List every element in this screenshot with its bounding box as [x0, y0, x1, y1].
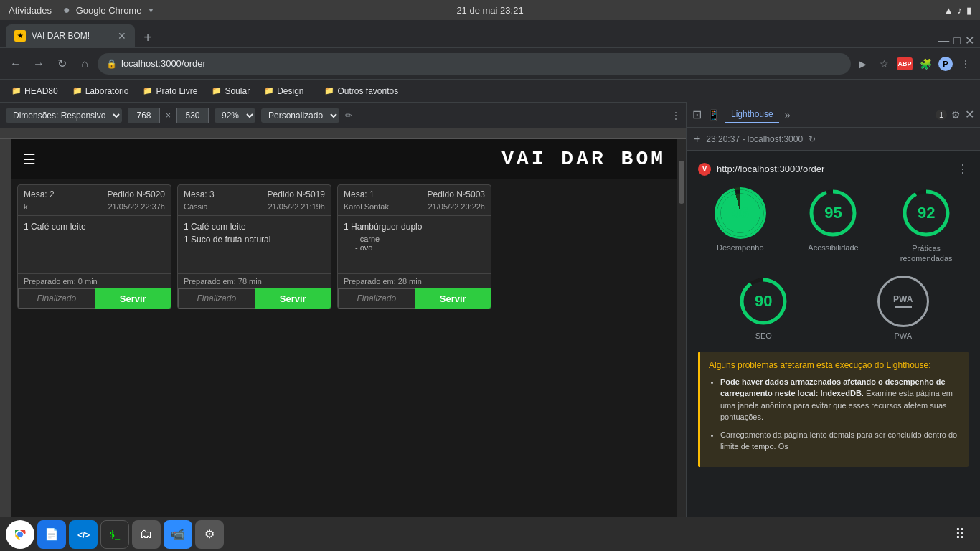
taskbar-grid-icon[interactable]: ⠿: [946, 520, 974, 549]
bookmark-head80[interactable]: 📁 HEAD80: [6, 85, 64, 98]
devtools-tab-lighthouse[interactable]: Lighthouse: [725, 106, 779, 123]
zoom-select[interactable]: 92%: [215, 108, 255, 123]
minimize-button[interactable]: —: [938, 34, 949, 47]
os-top-bar: Atividades ● Google Chrome ▼ 21 de mai 2…: [0, 0, 980, 20]
order-3-servir-button[interactable]: Servir: [415, 288, 491, 309]
order-2-prep-time: Preparado em: 78 min: [184, 277, 262, 286]
edit-icon[interactable]: ✏: [345, 110, 352, 121]
address-text: localhost:3000/order: [121, 58, 206, 69]
order-1-prep-time: Preparado em: 0 min: [24, 277, 98, 286]
order-card-2: Mesa: 3 Pedido Nº5019 Cássia 21/05/22 21…: [177, 184, 331, 309]
folder-icon: 📁: [143, 86, 153, 95]
maximize-button[interactable]: □: [953, 34, 961, 47]
order-3-number: Pedido Nº5003: [428, 189, 485, 199]
pwa-dash: [895, 306, 912, 308]
folder-icon: 📁: [212, 86, 222, 95]
taskbar-docs-icon[interactable]: 📄: [37, 520, 66, 549]
vscode-logo: </>: [75, 527, 91, 542]
scroll-thumb[interactable]: [679, 161, 684, 204]
hamburger-menu-button[interactable]: ☰: [23, 151, 36, 168]
more-options-icon[interactable]: ⋮: [672, 110, 680, 121]
height-input[interactable]: [176, 108, 209, 123]
tab-bar: ★ VAI DAR BOM! ✕ + — □ ✕: [0, 20, 980, 47]
reload-button[interactable]: ↻: [52, 54, 72, 74]
order-card-2-header: Mesa: 3 Pedido Nº5019: [178, 185, 331, 201]
close-button[interactable]: ✕: [965, 34, 974, 47]
bookmark-outros[interactable]: 📁 Outros favoritos: [319, 85, 404, 98]
item-qty: 1: [184, 235, 191, 245]
tab-close-button[interactable]: ✕: [118, 30, 126, 42]
app-title: VAI DAR BOM: [501, 148, 666, 170]
devtools-settings-icon[interactable]: ⚙: [951, 109, 961, 121]
profile-icon[interactable]: P: [938, 57, 953, 71]
devtools-device-icon[interactable]: 📱: [707, 109, 720, 121]
active-tab[interactable]: ★ VAI DAR BOM! ✕: [6, 24, 135, 47]
responsive-bar: Dimensões: Responsivo × 92% Personalizad…: [0, 102, 686, 128]
taskbar-chrome-icon[interactable]: [6, 520, 34, 549]
new-tab-button[interactable]: +: [138, 27, 158, 47]
svg-text:</>: </>: [77, 530, 90, 540]
devtools-close-button[interactable]: ✕: [965, 108, 974, 121]
os-datetime: 21 de mai 23:21: [456, 5, 523, 16]
order-2-finalizado-button[interactable]: Finalizado: [178, 288, 255, 309]
home-button[interactable]: ⌂: [75, 54, 95, 74]
devtools-reload-icon[interactable]: ↻: [809, 134, 816, 144]
devtools-timestamp: 23:20:37 - localhost:3000: [706, 134, 803, 144]
order-1-servir-button[interactable]: Servir: [95, 288, 171, 309]
address-input[interactable]: 🔒 localhost:3000/order: [98, 53, 851, 75]
abp-icon[interactable]: ABP: [897, 57, 913, 70]
dimensions-select[interactable]: Dimensões: Responsivo: [6, 108, 122, 123]
chrome-window: ★ VAI DAR BOM! ✕ + — □ ✕ ← → ↻ ⌂ 🔒 local…: [0, 20, 980, 551]
order-1-finalizado-button[interactable]: Finalizado: [18, 288, 95, 309]
devtools-tab-more[interactable]: »: [785, 109, 791, 121]
order-2-table: Mesa: 3: [184, 189, 215, 199]
orders-container: Mesa: 2 Pedido Nº5020 k 21/05/22 22:37h: [11, 179, 677, 315]
pwa-label: PWA: [893, 294, 913, 304]
taskbar-zoom-icon[interactable]: 📹: [164, 520, 192, 549]
cast-icon[interactable]: ▶: [854, 55, 871, 72]
custom-select[interactable]: Personalizado: [261, 108, 339, 123]
order-3-prep-time: Preparado em: 28 min: [344, 277, 422, 286]
bookmark-prato-livre[interactable]: 📁 Prato Livre: [137, 85, 203, 98]
width-input[interactable]: [128, 108, 160, 123]
score-seo: 90 SEO: [698, 276, 829, 340]
order-3-items: 1 Hambúrguer duplo - carne - ovo: [338, 216, 491, 273]
bookmark-soular[interactable]: 📁 Soular: [206, 85, 255, 98]
main-area: Dimensões: Responsivo × 92% Personalizad…: [0, 102, 980, 551]
menu-icon[interactable]: ⋮: [957, 55, 974, 72]
order-2-item-1: 1 Café com leite: [184, 222, 325, 232]
item-name: Suco de fruta natural: [191, 235, 270, 245]
page-scrollbar[interactable]: [677, 139, 686, 531]
order-2-items: 1 Café com leite 1 Suco de fruta natural: [178, 216, 331, 273]
page-frame: ☰ VAI DAR BOM Mesa: 2 Pedido Nº5020: [0, 128, 686, 551]
warning-item-2: Carregamento da página lento demais para…: [720, 429, 960, 453]
order-card-1-header: Mesa: 2 Pedido Nº5020: [18, 185, 171, 201]
bookmark-label: HEAD80: [24, 86, 58, 96]
back-button[interactable]: ←: [6, 54, 26, 74]
taskbar-terminal-icon[interactable]: $_: [100, 520, 129, 549]
folder-icon: 📁: [324, 86, 334, 95]
order-2-servir-button[interactable]: Servir: [255, 288, 331, 309]
browser-dropdown-icon[interactable]: ▼: [147, 6, 154, 14]
order-2-footer: Preparado em: 78 min: [178, 273, 331, 288]
chrome-logo: [12, 527, 28, 542]
taskbar-camera-icon[interactable]: ⚙: [195, 520, 224, 549]
taskbar-end: ⠿: [946, 520, 974, 549]
taskbar-files-icon[interactable]: 🗂: [132, 520, 161, 549]
bookmark-laboratorio[interactable]: 📁 Laboratório: [67, 85, 135, 98]
devtools-inspect-icon[interactable]: ⊡: [692, 108, 702, 121]
devtools-subbar: + 23:20:37 - localhost:3000 ↻: [687, 128, 980, 151]
devtools-add-button[interactable]: +: [694, 133, 700, 146]
activities-label[interactable]: Atividades: [9, 5, 52, 16]
bookmark-label: Prato Livre: [156, 86, 197, 96]
taskbar-vscode-icon[interactable]: </>: [69, 520, 98, 549]
devtools-toolbar: ⊡ 📱 Lighthouse » 1 ⚙ ✕: [687, 102, 980, 128]
order-3-finalizado-button[interactable]: Finalizado: [338, 288, 415, 309]
forward-button[interactable]: →: [29, 54, 49, 74]
order-card-1: Mesa: 2 Pedido Nº5020 k 21/05/22 22:37h: [17, 184, 171, 309]
bookmark-design[interactable]: 📁 Design: [258, 85, 309, 98]
lighthouse-menu-icon[interactable]: ⋮: [957, 162, 969, 176]
wifi-icon: ▲: [944, 5, 953, 16]
bookmark-icon[interactable]: ☆: [875, 55, 892, 72]
extensions-icon[interactable]: 🧩: [917, 55, 934, 72]
